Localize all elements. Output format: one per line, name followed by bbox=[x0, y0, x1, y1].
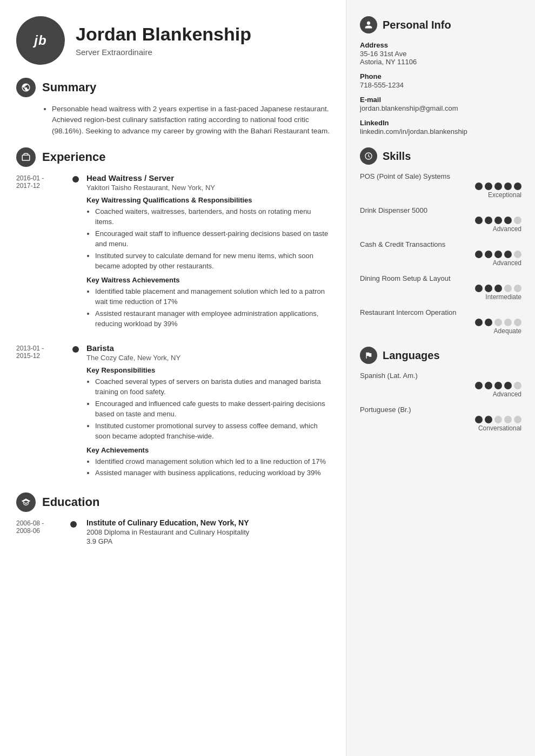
skill-name: Dining Room Setup & Layout bbox=[360, 274, 521, 282]
header-text: Jordan Blankenship Server Extraordinaire bbox=[76, 24, 251, 57]
exp-bullets-1-2: Identified table placement and managemen… bbox=[86, 286, 330, 329]
education-icon bbox=[16, 492, 36, 512]
exp-bullet-2-1-2: Encouraged and influenced cafe guests to… bbox=[95, 399, 330, 420]
experience-entry-2: 2013-01 - 2015-12 Barista The Cozy Cafe,… bbox=[16, 343, 330, 482]
exp-bullets-2-1: Coached several types of servers on bari… bbox=[86, 376, 330, 442]
skill-level: Adequate bbox=[360, 327, 521, 335]
exp-bullet-2-1-1: Coached several types of servers on bari… bbox=[95, 376, 330, 397]
experience-entries: 2016-01 - 2017-12 Head Waitress / Server… bbox=[16, 173, 330, 482]
skill-dots-row bbox=[360, 217, 521, 224]
experience-header: Experience bbox=[16, 147, 330, 167]
education-title: Education bbox=[42, 495, 99, 509]
skill-item: Spanish (Lat. Am.)Advanced bbox=[360, 372, 521, 398]
exp-date-1: 2016-01 - 2017-12 bbox=[16, 173, 70, 333]
skill-dot bbox=[514, 285, 521, 292]
exp-bullet-2-1-3: Instituted customer promotional survey t… bbox=[95, 421, 330, 442]
resume-header: jb Jordan Blankenship Server Extraordina… bbox=[16, 16, 330, 65]
exp-subheading-1-2: Key Waitress Achievements bbox=[86, 276, 330, 284]
skill-dot bbox=[494, 251, 502, 258]
exp-company-2: The Cozy Cafe, New York, NY bbox=[86, 354, 330, 362]
skill-dots-row bbox=[360, 183, 521, 190]
skill-name: Drink Dispenser 5000 bbox=[360, 206, 521, 214]
skill-dot bbox=[475, 416, 483, 423]
experience-icon bbox=[16, 147, 36, 167]
skill-dot bbox=[494, 183, 502, 190]
skill-name: Portuguese (Br.) bbox=[360, 406, 521, 414]
info-linkedin: LinkedIn linkedin.com/in/jordan.blankens… bbox=[360, 119, 521, 136]
languages-icon bbox=[360, 347, 377, 364]
info-email: E-mail jordan.blankenship@gmail.com bbox=[360, 96, 521, 112]
exp-subheading-1-1: Key Waitressing Qualifications & Respons… bbox=[86, 196, 330, 204]
experience-title: Experience bbox=[42, 150, 105, 164]
exp-bullet-2-2-2: Assisted manager with business applicati… bbox=[95, 468, 330, 478]
address-line1: 35-16 31st Ave bbox=[360, 50, 521, 58]
skill-dot bbox=[504, 319, 512, 326]
exp-bullet-1-1-2: Encouraged wait staff to influence desse… bbox=[95, 228, 330, 249]
skill-dot bbox=[504, 217, 512, 224]
skill-level: Advanced bbox=[360, 225, 521, 233]
exp-job-title-1: Head Waitress / Server bbox=[86, 173, 330, 183]
skill-dot bbox=[494, 217, 502, 224]
edu-content-1: Institute of Culinary Education, New Yor… bbox=[81, 518, 330, 545]
skill-level: Conversational bbox=[360, 424, 521, 432]
education-entry-1: 2006-08 - 2008-06 Institute of Culinary … bbox=[16, 518, 330, 545]
skill-dot bbox=[514, 183, 521, 190]
languages-section: Languages Spanish (Lat. Am.)AdvancedPort… bbox=[360, 347, 521, 432]
skill-dot bbox=[494, 285, 502, 292]
languages-header: Languages bbox=[360, 347, 521, 364]
skill-item: Restaurant Intercom OperationAdequate bbox=[360, 308, 521, 335]
skill-dot bbox=[475, 183, 483, 190]
star-icon bbox=[364, 152, 373, 160]
edu-institution-1: Institute of Culinary Education, New Yor… bbox=[86, 518, 330, 527]
exp-dot-1 bbox=[72, 176, 79, 183]
flag-icon bbox=[364, 351, 373, 360]
skill-item: Drink Dispenser 5000Advanced bbox=[360, 206, 521, 233]
candidate-name: Jordan Blankenship bbox=[76, 24, 251, 44]
skill-item: Dining Room Setup & LayoutIntermediate bbox=[360, 274, 521, 301]
skill-dot bbox=[485, 416, 492, 423]
exp-content-2: Barista The Cozy Cafe, New York, NY Key … bbox=[81, 343, 330, 482]
exp-job-title-2: Barista bbox=[86, 343, 330, 353]
experience-section: Experience 2016-01 - 2017-12 Head Waitre… bbox=[16, 147, 330, 482]
skills-icon bbox=[360, 147, 377, 165]
skill-dot bbox=[494, 319, 502, 326]
skill-dot bbox=[494, 382, 502, 389]
skill-dot bbox=[504, 382, 512, 389]
exp-subheading-2-1: Key Responsibilities bbox=[86, 366, 330, 374]
exp-bullet-1-2-1: Identified table placement and managemen… bbox=[95, 286, 330, 307]
skill-dot bbox=[485, 285, 492, 292]
exp-bullet-col-2 bbox=[70, 343, 81, 482]
languages-title: Languages bbox=[383, 349, 440, 362]
skill-dot bbox=[504, 285, 512, 292]
skills-title: Skills bbox=[383, 150, 411, 163]
exp-bullet-1-2-2: Assisted restaurant manager with employe… bbox=[95, 308, 330, 329]
skill-name: POS (Point of Sale) Systems bbox=[360, 172, 521, 180]
address-line2: Astoria, NY 11106 bbox=[360, 58, 521, 66]
linkedin-value: linkedin.com/in/jordan.blankenship bbox=[360, 127, 521, 136]
skill-dots-row bbox=[360, 285, 521, 292]
skill-dot bbox=[504, 183, 512, 190]
personal-info-header: Personal Info bbox=[360, 16, 521, 33]
summary-header: Summary bbox=[16, 78, 330, 97]
summary-bullet: Personable head waitress with 2 years ex… bbox=[52, 104, 330, 137]
exp-dot-2 bbox=[72, 346, 79, 353]
experience-entry-1: 2016-01 - 2017-12 Head Waitress / Server… bbox=[16, 173, 330, 333]
skill-dot bbox=[514, 416, 521, 423]
skills-section: Skills POS (Point of Sale) SystemsExcept… bbox=[360, 147, 521, 335]
skills-container: POS (Point of Sale) SystemsExceptionalDr… bbox=[360, 172, 521, 335]
skill-dot bbox=[504, 251, 512, 258]
phone-label: Phone bbox=[360, 72, 521, 80]
address-label: Address bbox=[360, 41, 521, 49]
education-header: Education bbox=[16, 492, 330, 512]
linkedin-label: LinkedIn bbox=[360, 119, 521, 127]
skill-dots-row bbox=[360, 416, 521, 423]
skill-dot bbox=[485, 382, 492, 389]
edu-bullet-col-1 bbox=[70, 518, 81, 545]
skill-name: Cash & Credit Transactions bbox=[360, 240, 521, 248]
avatar-initials: jb bbox=[34, 33, 46, 48]
personal-info-section: Personal Info Address 35-16 31st Ave Ast… bbox=[360, 16, 521, 136]
candidate-subtitle: Server Extraordinaire bbox=[76, 48, 251, 57]
summary-content: Personable head waitress with 2 years ex… bbox=[42, 104, 330, 137]
skill-dot bbox=[504, 416, 512, 423]
skill-dots-row bbox=[360, 251, 521, 258]
